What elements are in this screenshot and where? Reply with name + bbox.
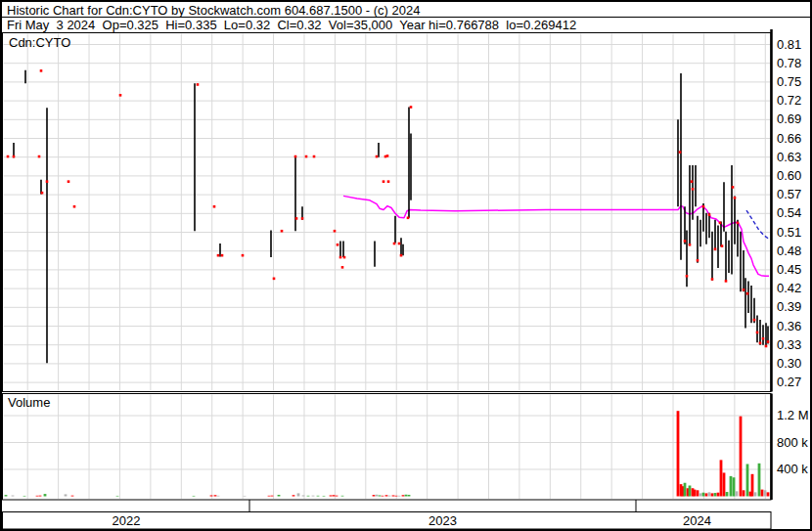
price-axis-tick-label: 0.48 (777, 244, 801, 258)
price-axis-tick-label: 0.42 (777, 282, 801, 295)
volume-axis-tick-label: 400 k (777, 463, 808, 476)
price-axis-tick-label: 0.54 (777, 206, 801, 220)
chart-plot-area (0, 0, 812, 531)
volume-pane-label: Volume (8, 395, 50, 410)
price-axis-tick-label: 0.78 (777, 57, 801, 70)
price-axis-tick-label: 0.30 (777, 357, 801, 371)
volume-axis-tick-label: 800 k (777, 436, 808, 450)
price-axis-tick-label: 0.63 (777, 151, 801, 164)
price-axis-tick-label: 0.27 (777, 376, 801, 389)
price-axis-tick-label: 0.57 (777, 188, 801, 201)
price-axis-tick-label: 0.60 (777, 169, 801, 183)
price-axis-tick-label: 0.36 (777, 320, 801, 333)
price-axis-tick-label: 0.75 (777, 75, 801, 89)
price-axis-tick-label: 0.33 (777, 338, 801, 352)
symbol-label: Cdn:CYTO (9, 35, 70, 50)
price-axis-tick-label: 0.39 (777, 300, 801, 314)
year-axis-label: 2022 (113, 513, 141, 528)
price-axis-tick-label: 0.66 (777, 132, 801, 146)
price-axis-tick-label: 0.81 (777, 38, 801, 52)
year-axis-label: 2023 (429, 513, 457, 528)
stockwatch-historic-chart: Historic Chart for Cdn:CYTO by Stockwatc… (0, 0, 812, 531)
year-axis-label: 2024 (683, 513, 711, 528)
volume-axis-tick-label: 1.2 M (777, 409, 809, 422)
price-axis-tick-label: 0.72 (777, 94, 801, 108)
price-axis-tick-label: 0.45 (777, 263, 801, 277)
price-axis-tick-label: 0.69 (777, 112, 801, 126)
price-axis-tick-label: 0.51 (777, 226, 801, 240)
